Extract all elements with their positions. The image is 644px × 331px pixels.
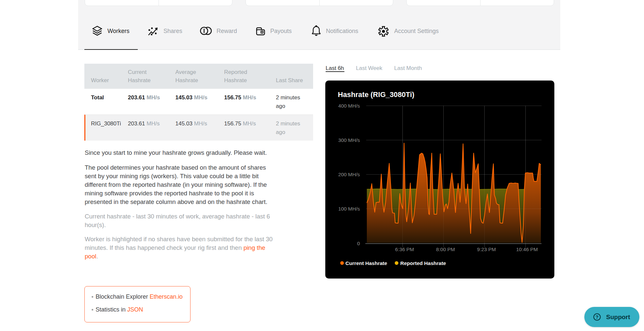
svg-text:100 MH/s: 100 MH/s [338, 206, 360, 212]
svg-text:6:36 PM: 6:36 PM [395, 247, 414, 252]
svg-text:Hashrate (RIG_3080Ti): Hashrate (RIG_3080Ti) [338, 90, 414, 99]
svg-text:300 MH/s: 300 MH/s [338, 137, 360, 143]
svg-text:8:00 PM: 8:00 PM [436, 247, 455, 252]
svg-text:Reported Hashrate: Reported Hashrate [400, 260, 446, 266]
svg-text:0: 0 [357, 241, 360, 246]
svg-text:200 MH/s: 200 MH/s [338, 172, 360, 177]
svg-text:400 MH/s: 400 MH/s [338, 103, 360, 109]
svg-text:?: ? [596, 314, 599, 320]
svg-text:Current Hashrate: Current Hashrate [345, 260, 387, 266]
svg-text:10:46 PM: 10:46 PM [516, 247, 538, 252]
svg-text:9:23 PM: 9:23 PM [477, 247, 496, 252]
